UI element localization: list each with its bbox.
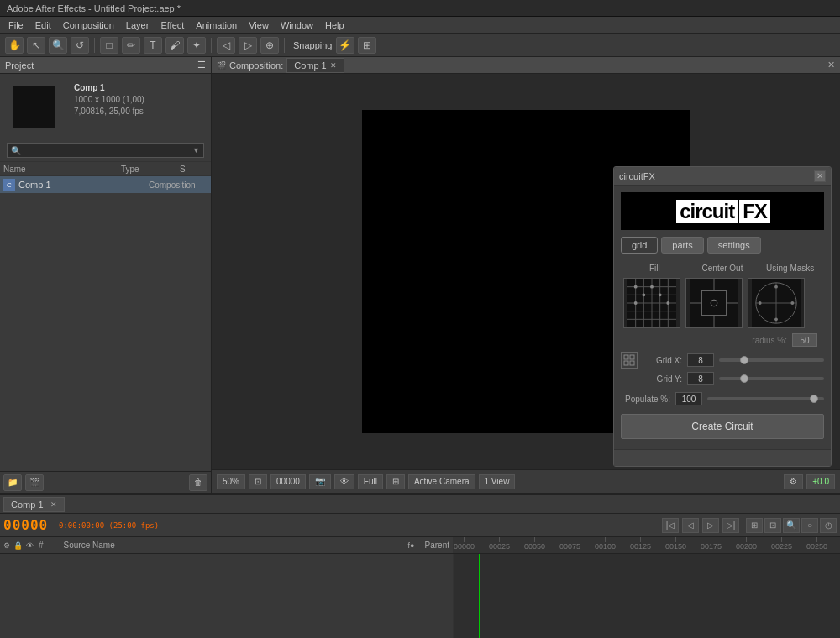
tl-col-switches: ⚙ <box>3 541 10 550</box>
tl-playback-prev[interactable]: ◁ <box>682 518 699 533</box>
project-item[interactable]: C Comp 1 Composition <box>0 176 211 193</box>
tool-snap2[interactable]: ⊞ <box>358 37 376 54</box>
tool-rect[interactable]: □ <box>100 37 118 54</box>
populate-input[interactable] <box>675 392 702 405</box>
active-camera-btn[interactable]: Active Camera <box>408 474 475 489</box>
snapshot-btn[interactable]: 📷 <box>309 474 331 489</box>
svg-rect-33 <box>630 355 634 359</box>
main-layout: Project ☰ Comp 1 1000 x 1000 (1,00) 7,00… <box>0 57 840 638</box>
comp-tab[interactable]: Comp 1 ✕ <box>286 58 344 73</box>
grid-y-slider[interactable] <box>719 377 824 380</box>
search-input[interactable] <box>23 146 192 155</box>
svg-point-31 <box>759 301 762 305</box>
timeline-playhead[interactable] <box>454 554 454 638</box>
project-panel-menu-icon[interactable]: ☰ <box>197 60 206 71</box>
new-folder-btn[interactable]: 📁 <box>3 474 22 491</box>
menu-layer[interactable]: Layer <box>121 18 155 32</box>
pattern-using-masks[interactable] <box>748 278 805 328</box>
offset-display[interactable]: +0.0 <box>806 474 835 489</box>
menu-effect[interactable]: Effect <box>155 18 189 32</box>
timeline-area: Comp 1 ✕ 00000 0:00:00:00 (25:00 fps) |◁… <box>0 494 840 638</box>
tl-btn-2[interactable]: ⊡ <box>764 518 781 533</box>
tool-align-right[interactable]: ▷ <box>239 37 257 54</box>
fit-btn[interactable]: ⊡ <box>249 474 267 489</box>
comp-panel-footer: 50% ⊡ 00000 📷 👁 Full ⊞ Active Camera 1 V… <box>212 469 840 493</box>
tick-0: 00000 <box>454 542 475 551</box>
tool-snap1[interactable]: ⚡ <box>336 37 354 54</box>
pattern-center-out[interactable] <box>685 278 743 328</box>
comp-panel-close[interactable]: ✕ <box>827 60 835 71</box>
circuit-tab-grid[interactable]: grid <box>621 237 658 254</box>
radius-input[interactable] <box>792 333 817 347</box>
tl-btn-1[interactable]: ⊞ <box>746 518 763 533</box>
timeline-comp-tab[interactable]: Comp 1 ✕ <box>3 497 65 512</box>
tl-col-eye: 👁 <box>26 541 34 550</box>
zoom-btn[interactable]: 50% <box>217 474 245 489</box>
tool-text[interactable]: T <box>144 37 162 54</box>
tl-btn-4[interactable]: ○ <box>801 518 818 533</box>
grid-btn[interactable]: ⊞ <box>386 474 405 489</box>
grid-y-input[interactable] <box>687 372 714 385</box>
menu-edit[interactable]: Edit <box>30 18 56 32</box>
tl-btn-3[interactable]: 🔍 <box>783 518 800 533</box>
grid-x-input[interactable] <box>687 353 714 367</box>
tool-align-left[interactable]: ◁ <box>217 37 235 54</box>
populate-row: Populate %: <box>621 392 824 405</box>
grid-x-row: Grid X: <box>621 352 824 369</box>
menu-composition[interactable]: Composition <box>58 18 119 32</box>
render-options-btn[interactable]: ⚙ <box>784 474 803 489</box>
tool-paint[interactable]: 🖌 <box>165 37 184 54</box>
pattern-fill[interactable] <box>623 278 680 328</box>
circuit-tab-settings[interactable]: settings <box>707 237 761 254</box>
tool-arrow[interactable]: ↖ <box>27 37 45 54</box>
populate-label: Populate %: <box>621 395 675 404</box>
timeline-tab-close[interactable]: ✕ <box>50 500 57 509</box>
tl-btn-5[interactable]: ◷ <box>820 518 837 533</box>
populate-slider[interactable] <box>707 397 824 400</box>
new-comp-btn[interactable]: 🎬 <box>25 474 44 491</box>
tool-zoom[interactable]: 🔍 <box>49 37 67 54</box>
show-channel-btn[interactable]: 👁 <box>334 474 354 489</box>
tl-col-lock: 🔒 <box>13 541 23 550</box>
search-dropdown-icon[interactable]: ▼ <box>192 146 200 154</box>
circuit-tab-parts[interactable]: parts <box>661 237 703 254</box>
menu-help[interactable]: Help <box>320 18 349 32</box>
view-mode-btn[interactable]: 1 View <box>479 474 516 489</box>
menu-view[interactable]: View <box>244 18 274 32</box>
delete-item-btn[interactable]: 🗑 <box>189 474 207 491</box>
project-search-bar[interactable]: 🔍 ▼ <box>7 143 204 158</box>
tool-hand[interactable]: ✋ <box>5 37 24 54</box>
menu-window[interactable]: Window <box>276 18 318 32</box>
pattern-labels-row: Fill Center Out Using Masks <box>621 264 824 273</box>
tool-extra[interactable]: ⊕ <box>260 37 279 54</box>
tl-col-num: # <box>39 541 44 550</box>
tl-playback-start[interactable]: |◁ <box>662 518 679 533</box>
svg-rect-35 <box>630 361 634 365</box>
svg-point-28 <box>774 285 778 289</box>
timeline-keyframes-area[interactable] <box>454 554 840 638</box>
timeline-timecode-sub: 0:00:00:00 (25:00 fps) <box>59 521 159 530</box>
menu-bar: File Edit Composition Layer Effect Anima… <box>0 17 840 34</box>
tool-puppet[interactable]: ✦ <box>187 37 206 54</box>
menu-animation[interactable]: Animation <box>191 18 242 32</box>
create-circuit-button[interactable]: Create Circuit <box>621 414 824 439</box>
tl-col-parent: Parent <box>425 541 449 550</box>
timecode-display[interactable]: 00000 <box>270 474 306 489</box>
resolution-btn[interactable]: Full <box>358 474 383 489</box>
comp-tab-close[interactable]: ✕ <box>330 61 337 70</box>
tool-pen[interactable]: ✏ <box>122 37 140 54</box>
tl-play[interactable]: ▷ <box>702 518 719 533</box>
tool-rotate[interactable]: ↺ <box>71 37 89 54</box>
circuit-fx-panel: circuitFX ✕ circuitFX grid parts setting… <box>613 166 832 467</box>
menu-file[interactable]: File <box>3 18 29 32</box>
center-out-label: Center Out <box>689 264 757 273</box>
comp-panel-header: 🎬 Composition: Comp 1 ✕ ✕ <box>212 57 840 74</box>
timeline-timecode[interactable]: 00000 <box>3 517 54 533</box>
grid-x-slider[interactable] <box>719 358 824 362</box>
timeline-work-area-end <box>479 554 480 638</box>
tick-7: 00175 <box>701 542 722 551</box>
col-type-header: Type <box>118 165 176 174</box>
tl-playback-next[interactable]: ▷| <box>722 518 739 533</box>
project-table-header: Name Type S <box>0 161 211 176</box>
circuit-panel-close-btn[interactable]: ✕ <box>814 170 826 182</box>
